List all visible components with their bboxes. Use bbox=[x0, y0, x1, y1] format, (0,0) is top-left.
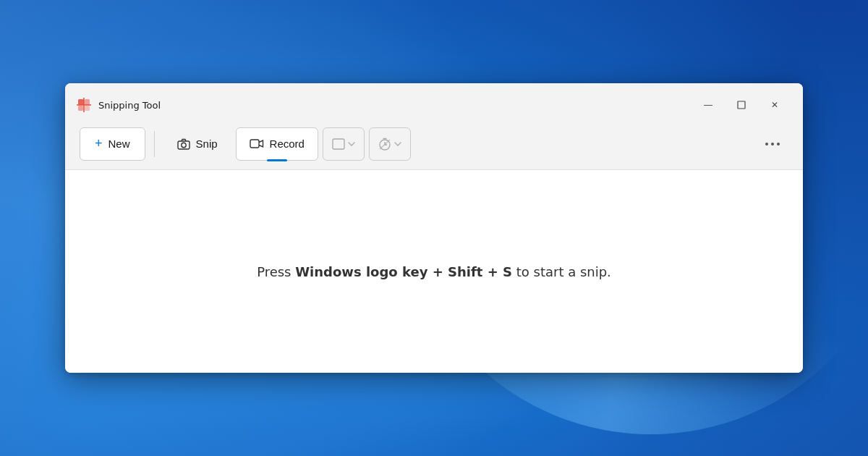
shortcut-keys: Windows logo key + Shift + S bbox=[295, 264, 512, 279]
content-area: Press Windows logo key + Shift + S to st… bbox=[65, 170, 803, 373]
new-button[interactable]: + New bbox=[80, 127, 145, 161]
title-bar: Snipping Tool — ✕ bbox=[65, 83, 803, 118]
svg-rect-1 bbox=[85, 99, 90, 105]
video-icon bbox=[250, 138, 264, 149]
svg-rect-2 bbox=[78, 106, 83, 111]
app-icon bbox=[77, 98, 91, 112]
new-button-label: New bbox=[109, 138, 130, 150]
svg-point-8 bbox=[181, 143, 185, 147]
svg-rect-0 bbox=[78, 99, 84, 105]
svg-point-15 bbox=[771, 143, 774, 145]
active-tab-indicator bbox=[267, 159, 287, 161]
minimize-button[interactable]: — bbox=[692, 93, 725, 117]
window-title: Snipping Tool bbox=[98, 100, 161, 111]
snipping-tool-window: Snipping Tool — ✕ + New bbox=[65, 83, 803, 373]
title-bar-left: Snipping Tool bbox=[77, 98, 692, 112]
svg-rect-6 bbox=[738, 101, 745, 109]
hint-message: Press Windows logo key + Shift + S to st… bbox=[257, 262, 611, 282]
close-button[interactable]: ✕ bbox=[758, 93, 791, 117]
more-icon bbox=[765, 142, 780, 146]
shape-dropdown[interactable] bbox=[323, 127, 365, 161]
record-tab-label: Record bbox=[270, 138, 305, 150]
maximize-button[interactable] bbox=[725, 93, 758, 117]
toolbar: + New Snip bbox=[65, 118, 803, 170]
svg-rect-3 bbox=[85, 106, 90, 111]
svg-rect-10 bbox=[333, 139, 344, 149]
snip-tab[interactable]: Snip bbox=[163, 127, 231, 161]
toolbar-divider bbox=[154, 131, 155, 157]
more-options-button[interactable] bbox=[757, 127, 788, 161]
svg-point-14 bbox=[765, 143, 768, 145]
timer-icon bbox=[378, 138, 391, 151]
svg-point-16 bbox=[777, 143, 780, 145]
camera-icon bbox=[177, 138, 190, 150]
timer-dropdown[interactable] bbox=[369, 127, 411, 161]
plus-icon: + bbox=[95, 136, 103, 151]
svg-rect-9 bbox=[250, 140, 259, 148]
chevron-down-icon-2 bbox=[394, 141, 401, 147]
snip-tab-label: Snip bbox=[196, 138, 218, 150]
title-controls: — ✕ bbox=[692, 93, 791, 117]
window-container: Snipping Tool — ✕ + New bbox=[65, 83, 803, 373]
record-tab[interactable]: Record bbox=[236, 127, 318, 161]
chevron-down-icon bbox=[348, 141, 355, 147]
